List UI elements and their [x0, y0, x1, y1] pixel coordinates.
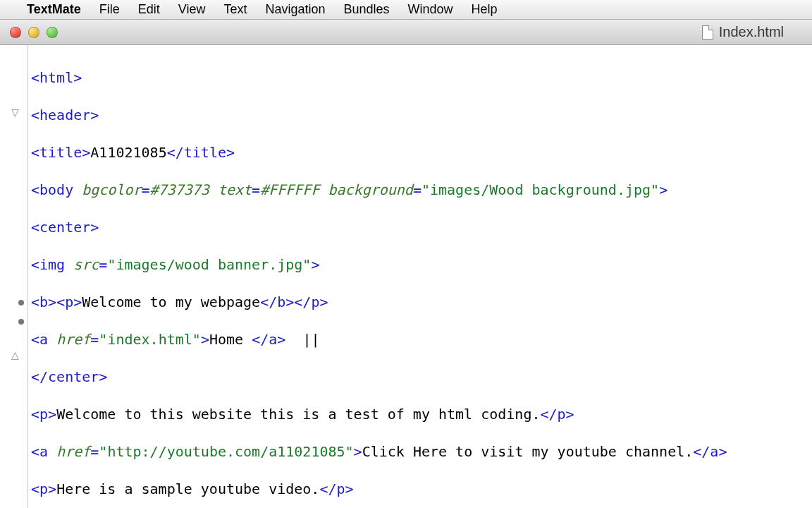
menu-text[interactable]: Text	[223, 2, 247, 17]
fold-close-icon[interactable]: △	[10, 350, 20, 360]
app-name[interactable]: TextMate	[27, 2, 81, 17]
menu-bundles[interactable]: Bundles	[344, 2, 390, 17]
editor: ▽ △ <html> <header> <title>A11021085</ti…	[0, 45, 812, 508]
window-title: Index.html	[702, 20, 784, 44]
fold-open-icon[interactable]: ▽	[10, 107, 20, 117]
menu-help[interactable]: Help	[472, 2, 498, 17]
close-button[interactable]	[10, 27, 21, 38]
code-area[interactable]: <html> <header> <title>A11021085</title>…	[28, 45, 812, 508]
menu-file[interactable]: File	[99, 2, 120, 17]
gutter[interactable]: ▽ △	[0, 45, 28, 508]
window-title-bar: Index.html	[0, 20, 812, 45]
traffic-lights	[0, 27, 58, 38]
document-icon	[702, 25, 713, 40]
menu-edit[interactable]: Edit	[138, 2, 160, 17]
menu-view[interactable]: View	[178, 2, 206, 17]
menu-navigation[interactable]: Navigation	[265, 2, 325, 17]
document-title: Index.html	[719, 24, 784, 40]
minimize-button[interactable]	[28, 27, 39, 38]
bookmark-icon[interactable]	[18, 319, 24, 325]
bookmark-icon[interactable]	[18, 300, 24, 306]
zoom-button[interactable]	[47, 27, 58, 38]
menu-window[interactable]: Window	[408, 2, 453, 17]
menu-bar: TextMate File Edit View Text Navigation …	[0, 0, 812, 20]
